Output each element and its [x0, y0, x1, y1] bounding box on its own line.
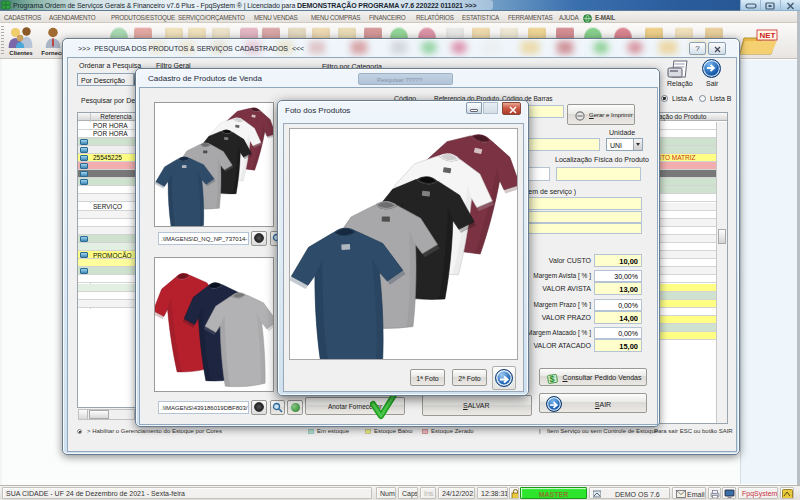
- svg-text:NET: NET: [760, 31, 776, 40]
- svg-text:$: $: [550, 374, 555, 384]
